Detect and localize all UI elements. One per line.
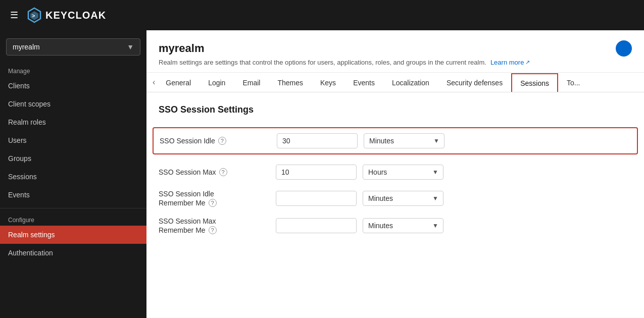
page-header: myrealm Realm settings are settings that… <box>146 30 644 73</box>
sso-session-idle-label: SSO Session Idle ? <box>160 137 271 145</box>
tabs-container: ‹ General Login Email Themes Keys Events… <box>146 73 644 92</box>
sso-session-idle-row: SSO Session Idle ? Minutes Hours Days ▼ <box>153 127 638 154</box>
sso-session-max-rm-help-icon[interactable]: ? <box>209 226 217 234</box>
sidebar-item-events[interactable]: Events <box>0 186 146 204</box>
sso-session-idle-input[interactable] <box>277 133 358 148</box>
sidebar: myrealm ▼ Manage Clients Client scopes R… <box>0 30 146 318</box>
sso-session-max-help-icon[interactable]: ? <box>219 168 227 176</box>
sso-session-max-unit-select[interactable]: Minutes Hours Days <box>363 165 443 180</box>
tab-sessions[interactable]: Sessions <box>511 73 558 92</box>
page-subtitle: Realm settings are settings that control… <box>159 59 632 66</box>
sso-settings-section: SSO Session Settings SSO Session Idle ? … <box>146 92 644 318</box>
sso-session-max-remember-me-row: SSO Session Max Remember Me ? Minutes Ho… <box>159 217 632 234</box>
tab-nav-prev[interactable]: ‹ <box>151 74 157 91</box>
sso-session-max-remember-me-label: SSO Session Max Remember Me ? <box>159 217 270 234</box>
sso-session-max-label: SSO Session Max ? <box>159 168 270 176</box>
navbar: ☰ > KEYCLOAK <box>0 0 644 30</box>
sso-session-idle-rm-unit-select[interactable]: Minutes Hours Days <box>363 191 443 206</box>
sso-session-max-input[interactable] <box>276 165 357 180</box>
sidebar-item-label: Events <box>8 191 30 199</box>
sidebar-item-users[interactable]: Users <box>0 131 146 149</box>
sidebar-item-authentication[interactable]: Authentication <box>0 244 146 262</box>
app-logo: > KEYCLOAK <box>26 7 106 23</box>
sidebar-item-label: Users <box>8 136 27 144</box>
sidebar-item-client-scopes[interactable]: Client scopes <box>0 95 146 113</box>
sidebar-item-realm-settings[interactable]: Realm settings <box>0 226 146 244</box>
sso-session-idle-help-icon[interactable]: ? <box>218 137 226 145</box>
sso-session-idle-rm-help-icon[interactable]: ? <box>209 199 217 207</box>
configure-section-label: Configure <box>0 213 146 226</box>
sidebar-item-label: Clients <box>8 82 30 90</box>
realm-name: myrealm <box>13 43 40 51</box>
tab-security-defenses[interactable]: Security defenses <box>438 73 511 92</box>
tab-login[interactable]: Login <box>200 73 234 92</box>
sso-session-idle-remember-me-row: SSO Session Idle Remember Me ? Minutes H… <box>159 190 632 207</box>
tab-tokens[interactable]: To... <box>558 73 588 92</box>
tab-keys[interactable]: Keys <box>312 73 344 92</box>
sso-section-title: SSO Session Settings <box>159 104 632 115</box>
tab-events[interactable]: Events <box>344 73 383 92</box>
sso-session-max-rm-unit-select[interactable]: Minutes Hours Days <box>363 218 443 233</box>
user-avatar[interactable] <box>616 40 632 57</box>
sidebar-item-label: Client scopes <box>8 100 51 108</box>
sidebar-item-label: Groups <box>8 154 31 163</box>
sso-session-idle-remember-me-input[interactable] <box>276 191 357 206</box>
learn-more-link[interactable]: Learn more ↗ <box>490 59 530 66</box>
tab-email[interactable]: Email <box>234 73 269 92</box>
main-content: myrealm Realm settings are settings that… <box>146 30 644 318</box>
sso-session-idle-unit-select[interactable]: Minutes Hours Days <box>364 133 444 148</box>
sso-session-max-row: SSO Session Max ? Minutes Hours Days ▼ <box>159 165 632 180</box>
sidebar-item-label: Realm settings <box>8 231 55 239</box>
sso-session-idle-rm-unit-wrapper: Minutes Hours Days ▼ <box>363 191 443 206</box>
logo-text: KEYCLOAK <box>45 10 106 21</box>
sso-session-max-remember-me-input[interactable] <box>276 218 357 233</box>
sidebar-item-label: Sessions <box>8 173 37 181</box>
sidebar-item-label: Realm roles <box>8 118 46 126</box>
hamburger-menu[interactable]: ☰ <box>8 8 20 23</box>
sidebar-item-realm-roles[interactable]: Realm roles <box>0 113 146 131</box>
sidebar-item-groups[interactable]: Groups <box>0 149 146 168</box>
sso-session-idle-unit-wrapper: Minutes Hours Days ▼ <box>364 133 444 148</box>
sso-session-max-rm-unit-wrapper: Minutes Hours Days ▼ <box>363 218 443 233</box>
sidebar-item-label: Authentication <box>8 249 53 257</box>
tab-general[interactable]: General <box>157 73 200 92</box>
tab-localization[interactable]: Localization <box>383 73 438 92</box>
sso-session-idle-remember-me-label: SSO Session Idle Remember Me ? <box>159 190 270 207</box>
svg-text:>: > <box>32 13 35 19</box>
page-title: myrealm <box>159 42 205 55</box>
manage-section-label: Manage <box>0 64 146 77</box>
sso-session-max-unit-wrapper: Minutes Hours Days ▼ <box>363 165 443 180</box>
sidebar-item-sessions[interactable]: Sessions <box>0 168 146 186</box>
logo-icon: > <box>26 7 42 23</box>
sidebar-item-clients[interactable]: Clients <box>0 77 146 95</box>
realm-selector-arrow: ▼ <box>127 43 134 51</box>
tab-themes[interactable]: Themes <box>269 73 312 92</box>
sidebar-divider <box>0 208 146 208</box>
realm-selector[interactable]: myrealm ▼ <box>6 38 140 56</box>
external-link-icon: ↗ <box>525 59 530 66</box>
